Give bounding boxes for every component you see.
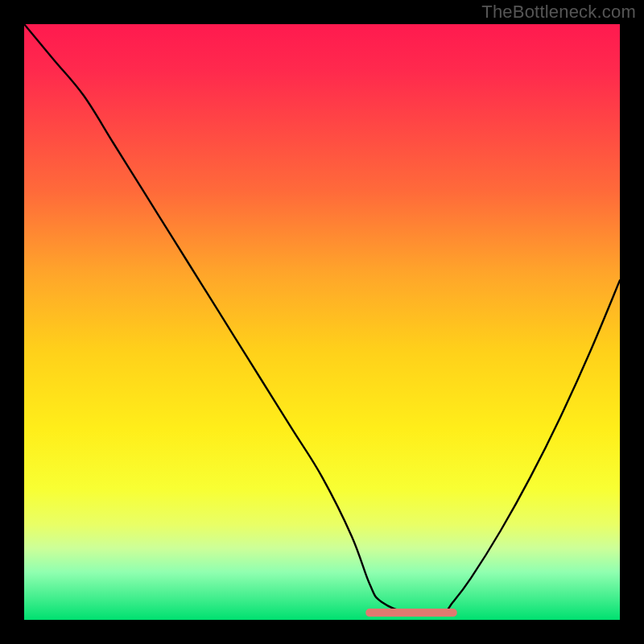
bottleneck-curve: [24, 24, 620, 616]
curve-svg: [24, 24, 620, 620]
watermark-text: TheBottleneck.com: [481, 2, 636, 23]
plot-area: [24, 24, 620, 620]
chart-frame: TheBottleneck.com: [0, 0, 644, 644]
